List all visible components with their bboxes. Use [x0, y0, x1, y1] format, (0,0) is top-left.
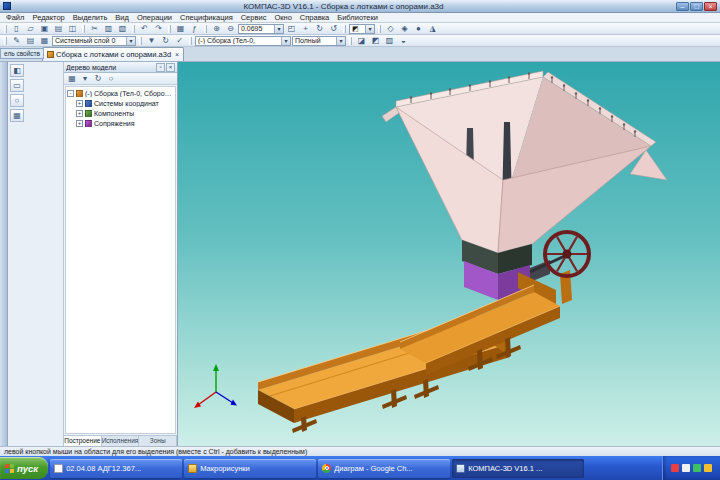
refresh-icon[interactable]: ↻	[159, 35, 172, 46]
menu-libraries[interactable]: Библиотеки	[333, 13, 382, 23]
chevron-down-icon[interactable]: ▾	[336, 37, 345, 45]
tree-node-coordinate-systems[interactable]: + Системы координат	[67, 98, 174, 108]
start-button[interactable]: пуск	[0, 457, 48, 479]
zoom-area-icon[interactable]: ◰	[285, 23, 298, 34]
chevron-down-icon[interactable]: ▾	[365, 25, 374, 33]
section-view-icon[interactable]: ◩	[369, 35, 382, 46]
tree-node-mates[interactable]: + Сопряжения	[67, 118, 174, 128]
tree-options-icon[interactable]: ▾	[79, 73, 91, 84]
tab-zones[interactable]: Зоны	[139, 436, 177, 446]
toolbar-grip[interactable]	[82, 25, 85, 33]
menu-service[interactable]: Сервис	[237, 13, 271, 23]
properties-panel-tab[interactable]: ель свойств	[0, 48, 44, 59]
toolbar-grip[interactable]	[378, 25, 381, 33]
volume-icon[interactable]	[704, 464, 712, 472]
toolbar-grip[interactable]	[4, 37, 7, 45]
tree-display-icon[interactable]: ▦	[66, 73, 78, 84]
tree-search-icon[interactable]: ○	[105, 73, 117, 84]
maximize-icon[interactable]: □	[690, 2, 703, 11]
rotate-icon[interactable]: ↻	[313, 23, 326, 34]
sketch-icon[interactable]: ✎	[10, 35, 23, 46]
tree-node-assembly-root[interactable]: - (-) Сборка (Тел-0, Сборочных е	[67, 88, 174, 98]
toolbar-grip[interactable]	[132, 25, 135, 33]
taskbar-item-browser[interactable]: Диаграм - Google Ch...	[318, 459, 450, 478]
zoom-out-icon[interactable]: ⊖	[224, 23, 237, 34]
filter-icon[interactable]: ▼	[145, 35, 158, 46]
pin-icon[interactable]: ▫	[156, 63, 165, 72]
check-document-icon[interactable]: ✓	[173, 35, 186, 46]
model-hopper[interactable]	[382, 71, 667, 253]
tree-node-components[interactable]: + Компоненты	[67, 108, 174, 118]
layers-manager-icon[interactable]: ▦	[38, 35, 51, 46]
libraries-panel-icon[interactable]: ▦	[10, 109, 24, 122]
menu-specification[interactable]: Спецификация	[176, 13, 237, 23]
search-panel-icon[interactable]: ○	[10, 94, 24, 107]
library-manager-icon[interactable]: ▦	[174, 23, 187, 34]
menu-editor[interactable]: Редактор	[28, 13, 68, 23]
document-tab[interactable]: Сборка с лотками с опорами.a3d ×	[42, 47, 184, 61]
toolbar-grip[interactable]	[349, 37, 352, 45]
menu-window[interactable]: Окно	[270, 13, 295, 23]
toolbar-grip[interactable]	[343, 25, 346, 33]
report-icon[interactable]: ▨	[383, 35, 396, 46]
taskbar-item-document[interactable]: 02.04.08 АДГ12.367...	[50, 459, 182, 478]
chevron-down-icon[interactable]: ▾	[126, 37, 135, 45]
copy-icon[interactable]: ▥	[102, 23, 115, 34]
expand-icon[interactable]: +	[76, 120, 83, 127]
menu-select[interactable]: Выделить	[69, 13, 112, 23]
zoom-combo[interactable]: 0.0695 ▾	[238, 24, 284, 34]
hidden-lines-icon[interactable]: ◈	[398, 23, 411, 34]
expand-icon[interactable]: +	[76, 100, 83, 107]
new-document-icon[interactable]: ▯	[10, 23, 23, 34]
collapse-icon[interactable]: -	[67, 90, 74, 97]
cut-icon[interactable]: ✂	[88, 23, 101, 34]
rebuild-icon[interactable]: ↺	[327, 23, 340, 34]
print-preview-icon[interactable]: ◫	[66, 23, 79, 34]
settings-icon[interactable]: ◒	[397, 35, 410, 46]
print-icon[interactable]: ▤	[52, 23, 65, 34]
variables-icon[interactable]: ƒ	[188, 23, 201, 34]
tab-construction[interactable]: Построение	[64, 436, 102, 446]
paste-icon[interactable]: ▧	[116, 23, 129, 34]
menu-view[interactable]: Вид	[111, 13, 133, 23]
assembly-model[interactable]	[178, 62, 720, 446]
menu-file[interactable]: Файл	[2, 13, 28, 23]
configuration-combo[interactable]: (-) Сборка (Тел-0, ▾	[195, 36, 291, 46]
menu-help[interactable]: Справка	[296, 13, 333, 23]
toolbar-grip[interactable]	[4, 25, 7, 33]
hide-components-icon[interactable]: ◪	[355, 35, 368, 46]
minimize-icon[interactable]: –	[676, 2, 689, 11]
tab-configurations[interactable]: Исполнения	[102, 436, 140, 446]
taskbar-item-folder[interactable]: Макрорисунки	[184, 459, 316, 478]
layer-states-icon[interactable]: ▤	[24, 35, 37, 46]
taskbar-item-kompas[interactable]: КОМПАС-3D V16.1 ...	[452, 459, 584, 478]
expand-icon[interactable]: +	[76, 110, 83, 117]
3d-viewport[interactable]	[178, 62, 720, 446]
undo-icon[interactable]: ↶	[138, 23, 151, 34]
properties-panel-icon[interactable]: ◧	[10, 64, 24, 77]
tree-refresh-icon[interactable]: ↻	[92, 73, 104, 84]
redo-icon[interactable]: ↷	[152, 23, 165, 34]
layer-combo[interactable]: Системный слой 0 ▾	[52, 36, 136, 46]
wireframe-icon[interactable]: ◇	[384, 23, 397, 34]
network-icon[interactable]	[693, 464, 701, 472]
zoom-in-icon[interactable]: ⊕	[210, 23, 223, 34]
chevron-down-icon[interactable]: ▾	[274, 25, 283, 33]
chevron-down-icon[interactable]: ▾	[281, 37, 290, 45]
message-panel-icon[interactable]: ▭	[10, 79, 24, 92]
toolbar-grip[interactable]	[204, 25, 207, 33]
close-icon[interactable]: ×	[704, 2, 717, 11]
menu-operations[interactable]: Операции	[133, 13, 176, 23]
toolbar-grip[interactable]	[189, 37, 192, 45]
toolbar-grip[interactable]	[168, 25, 171, 33]
collapsed-properties-panel-strip[interactable]	[0, 62, 8, 446]
tab-close-icon[interactable]: ×	[175, 51, 179, 58]
detail-level-combo[interactable]: Полный ▾	[292, 36, 346, 46]
open-document-icon[interactable]: ▱	[24, 23, 37, 34]
toolbar-grip[interactable]	[139, 37, 142, 45]
orientation-combo[interactable]: ◩ ▾	[349, 24, 375, 34]
shaded-icon[interactable]: ●	[412, 23, 425, 34]
pan-icon[interactable]: +	[299, 23, 312, 34]
panel-close-icon[interactable]: ×	[166, 63, 175, 72]
antivirus-icon[interactable]	[671, 464, 679, 472]
